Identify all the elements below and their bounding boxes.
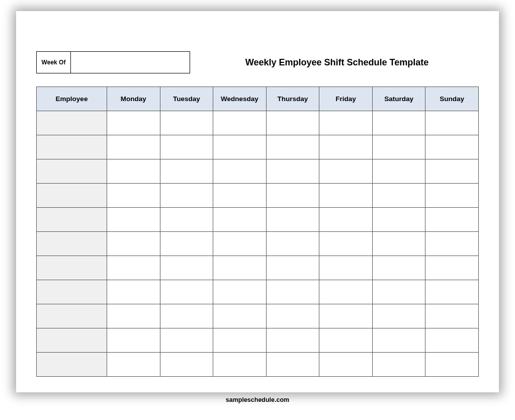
shift-cell[interactable] bbox=[160, 232, 213, 256]
shift-cell[interactable] bbox=[107, 208, 160, 232]
shift-cell[interactable] bbox=[372, 159, 425, 184]
shift-cell[interactable] bbox=[213, 208, 267, 232]
shift-cell[interactable] bbox=[266, 184, 319, 208]
shift-cell[interactable] bbox=[213, 135, 267, 159]
employee-cell[interactable] bbox=[37, 304, 107, 328]
shift-cell[interactable] bbox=[425, 159, 479, 184]
shift-cell[interactable] bbox=[372, 184, 425, 208]
shift-cell[interactable] bbox=[213, 232, 267, 256]
shift-cell[interactable] bbox=[266, 208, 319, 232]
shift-cell[interactable] bbox=[319, 353, 373, 377]
shift-cell[interactable] bbox=[319, 280, 373, 304]
employee-cell[interactable] bbox=[37, 353, 107, 377]
shift-cell[interactable] bbox=[372, 111, 425, 135]
employee-cell[interactable] bbox=[37, 111, 107, 135]
shift-cell[interactable] bbox=[319, 328, 373, 353]
shift-cell[interactable] bbox=[107, 232, 160, 256]
employee-cell[interactable] bbox=[37, 256, 107, 280]
employee-cell[interactable] bbox=[37, 184, 107, 208]
header-row: Week Of Weekly Employee Shift Schedule T… bbox=[36, 51, 479, 73]
shift-cell[interactable] bbox=[372, 353, 425, 377]
shift-cell[interactable] bbox=[372, 256, 425, 280]
shift-cell[interactable] bbox=[372, 304, 425, 328]
table-row bbox=[37, 135, 479, 159]
employee-cell[interactable] bbox=[37, 135, 107, 159]
table-header-row: Employee Monday Tuesday Wednesday Thursd… bbox=[37, 87, 479, 111]
shift-cell[interactable] bbox=[160, 111, 213, 135]
col-monday: Monday bbox=[107, 87, 160, 111]
shift-cell[interactable] bbox=[319, 256, 373, 280]
shift-cell[interactable] bbox=[213, 353, 267, 377]
shift-cell[interactable] bbox=[160, 328, 213, 353]
shift-cell[interactable] bbox=[266, 304, 319, 328]
shift-cell[interactable] bbox=[425, 232, 479, 256]
shift-cell[interactable] bbox=[319, 208, 373, 232]
shift-cell[interactable] bbox=[160, 184, 213, 208]
shift-cell[interactable] bbox=[107, 184, 160, 208]
shift-cell[interactable] bbox=[372, 328, 425, 353]
week-of-input[interactable] bbox=[71, 52, 190, 73]
shift-cell[interactable] bbox=[107, 111, 160, 135]
shift-cell[interactable] bbox=[425, 135, 479, 159]
shift-cell[interactable] bbox=[107, 159, 160, 184]
shift-cell[interactable] bbox=[425, 256, 479, 280]
shift-cell[interactable] bbox=[213, 256, 267, 280]
shift-cell[interactable] bbox=[266, 135, 319, 159]
shift-cell[interactable] bbox=[319, 232, 373, 256]
shift-cell[interactable] bbox=[107, 256, 160, 280]
shift-cell[interactable] bbox=[107, 328, 160, 353]
table-row bbox=[37, 208, 479, 232]
shift-cell[interactable] bbox=[160, 159, 213, 184]
employee-cell[interactable] bbox=[37, 208, 107, 232]
employee-cell[interactable] bbox=[37, 159, 107, 184]
shift-cell[interactable] bbox=[319, 304, 373, 328]
shift-cell[interactable] bbox=[425, 304, 479, 328]
shift-cell[interactable] bbox=[107, 280, 160, 304]
schedule-table: Employee Monday Tuesday Wednesday Thursd… bbox=[36, 87, 479, 377]
shift-cell[interactable] bbox=[213, 159, 267, 184]
shift-cell[interactable] bbox=[213, 111, 267, 135]
shift-cell[interactable] bbox=[372, 208, 425, 232]
shift-cell[interactable] bbox=[319, 111, 373, 135]
shift-cell[interactable] bbox=[425, 353, 479, 377]
employee-cell[interactable] bbox=[37, 280, 107, 304]
shift-cell[interactable] bbox=[425, 328, 479, 353]
table-row bbox=[37, 111, 479, 135]
shift-cell[interactable] bbox=[160, 353, 213, 377]
shift-cell[interactable] bbox=[266, 353, 319, 377]
table-row bbox=[37, 184, 479, 208]
shift-cell[interactable] bbox=[372, 135, 425, 159]
shift-cell[interactable] bbox=[160, 256, 213, 280]
shift-cell[interactable] bbox=[213, 184, 267, 208]
shift-cell[interactable] bbox=[213, 304, 267, 328]
shift-cell[interactable] bbox=[107, 135, 160, 159]
employee-cell[interactable] bbox=[37, 328, 107, 353]
shift-cell[interactable] bbox=[425, 208, 479, 232]
shift-cell[interactable] bbox=[160, 280, 213, 304]
week-of-box: Week Of bbox=[36, 51, 190, 73]
shift-cell[interactable] bbox=[266, 280, 319, 304]
employee-cell[interactable] bbox=[37, 232, 107, 256]
col-thursday: Thursday bbox=[266, 87, 319, 111]
shift-cell[interactable] bbox=[425, 111, 479, 135]
shift-cell[interactable] bbox=[213, 280, 267, 304]
shift-cell[interactable] bbox=[425, 184, 479, 208]
shift-cell[interactable] bbox=[266, 111, 319, 135]
shift-cell[interactable] bbox=[160, 208, 213, 232]
shift-cell[interactable] bbox=[372, 280, 425, 304]
shift-cell[interactable] bbox=[266, 159, 319, 184]
shift-cell[interactable] bbox=[319, 159, 373, 184]
shift-cell[interactable] bbox=[319, 184, 373, 208]
shift-cell[interactable] bbox=[319, 135, 373, 159]
shift-cell[interactable] bbox=[107, 304, 160, 328]
shift-cell[interactable] bbox=[266, 256, 319, 280]
shift-cell[interactable] bbox=[160, 135, 213, 159]
shift-cell[interactable] bbox=[372, 232, 425, 256]
shift-cell[interactable] bbox=[266, 328, 319, 353]
table-row bbox=[37, 304, 479, 328]
shift-cell[interactable] bbox=[213, 328, 267, 353]
shift-cell[interactable] bbox=[425, 280, 479, 304]
shift-cell[interactable] bbox=[160, 304, 213, 328]
shift-cell[interactable] bbox=[266, 232, 319, 256]
shift-cell[interactable] bbox=[107, 353, 160, 377]
